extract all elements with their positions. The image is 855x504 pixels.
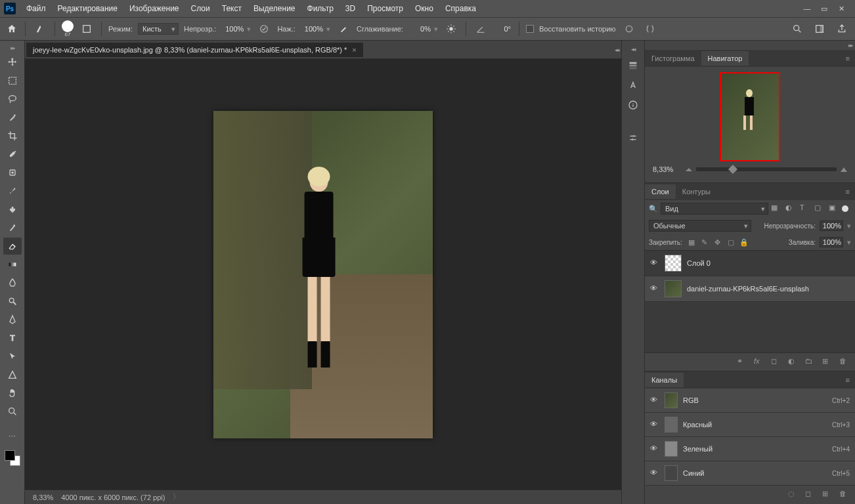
menu-layers[interactable]: Слои xyxy=(186,1,215,16)
filter-text-icon[interactable]: T xyxy=(800,203,810,214)
brush-settings-icon[interactable] xyxy=(79,21,95,37)
canvas-viewport[interactable] xyxy=(25,59,621,490)
brush-preview[interactable]: 67 xyxy=(62,20,74,37)
layer-thumbnail[interactable] xyxy=(665,280,682,297)
navigator-tab[interactable]: Навигатор xyxy=(701,51,749,66)
status-info[interactable]: 4000 пикс. x 6000 пикс. (72 ppi) xyxy=(61,494,165,501)
adjustments-panel-icon[interactable] xyxy=(625,130,641,146)
filter-smart-icon[interactable]: ▣ xyxy=(829,203,839,214)
blur-tool[interactable] xyxy=(3,274,22,291)
shape-tool[interactable] xyxy=(3,366,22,383)
flow-dropdown-icon[interactable]: ▾ xyxy=(326,25,330,33)
layer-name-label[interactable]: daniel-zurnau-KP6kRs5al6E-unsplash xyxy=(687,285,809,293)
zoom-tool[interactable] xyxy=(3,403,22,420)
zoom-in-icon[interactable] xyxy=(841,167,847,172)
pressure-opacity-icon[interactable] xyxy=(256,21,272,37)
blend-mode-select[interactable]: Обычные xyxy=(649,220,751,232)
navigator-preview[interactable] xyxy=(720,72,780,161)
lock-all-icon[interactable]: 🔒 xyxy=(739,237,749,247)
color-swatches[interactable] xyxy=(5,450,20,466)
channel-row[interactable]: 👁 RGB Ctrl+2 xyxy=(645,388,855,413)
fill-input[interactable] xyxy=(820,237,843,247)
smoothing-options-icon[interactable] xyxy=(443,21,459,37)
channel-row[interactable]: 👁 Синий Ctrl+5 xyxy=(645,461,855,486)
link-layers-icon[interactable]: ⚭ xyxy=(737,357,747,368)
opacity-input[interactable] xyxy=(221,25,245,33)
menu-view[interactable]: Просмотр xyxy=(362,1,408,16)
dodge-tool[interactable] xyxy=(3,293,22,310)
angle-icon[interactable] xyxy=(473,21,489,37)
filter-adjust-icon[interactable]: ◐ xyxy=(785,203,796,214)
histogram-tab[interactable]: Гистограмма xyxy=(645,51,701,66)
tool-preset-icon[interactable] xyxy=(32,21,48,37)
load-selection-icon[interactable]: ◌ xyxy=(788,490,799,500)
smoothing-dropdown-icon[interactable]: ▾ xyxy=(434,25,438,33)
minimize-button[interactable]: — xyxy=(802,4,812,13)
channel-row[interactable]: 👁 Красный Ctrl+3 xyxy=(645,413,855,437)
workspace-icon[interactable] xyxy=(812,21,827,37)
delete-channel-icon[interactable]: 🗑 xyxy=(839,490,850,500)
airbrush-icon[interactable] xyxy=(336,21,351,37)
menu-help[interactable]: Справка xyxy=(440,1,481,16)
move-tool[interactable] xyxy=(3,54,22,71)
hand-tool[interactable] xyxy=(3,385,22,402)
new-channel-icon[interactable]: ⊞ xyxy=(822,490,833,500)
magic-wand-tool[interactable] xyxy=(3,109,22,126)
status-zoom[interactable]: 8,33% xyxy=(33,494,53,501)
navigator-menu-icon[interactable]: ≡ xyxy=(841,52,855,65)
delete-layer-icon[interactable]: 🗑 xyxy=(839,357,850,368)
document-tab[interactable]: joeyy-lee-wZgcKvE0vko-unsplash.jpg @ 8,3… xyxy=(26,43,363,57)
paths-tab[interactable]: Контуры xyxy=(676,184,717,199)
lasso-tool[interactable] xyxy=(3,91,22,108)
brush-tool[interactable] xyxy=(3,182,22,200)
marquee-tool[interactable] xyxy=(3,72,22,89)
layer-group-icon[interactable]: 🗀 xyxy=(805,357,816,368)
filter-shape-icon[interactable]: ▢ xyxy=(814,203,825,214)
channel-row[interactable]: 👁 Зеленый Ctrl+4 xyxy=(645,437,855,461)
pen-tool[interactable] xyxy=(3,311,22,328)
menu-filter[interactable]: Фильтр xyxy=(302,1,339,16)
visibility-icon[interactable]: 👁 xyxy=(650,396,659,405)
visibility-icon[interactable]: 👁 xyxy=(650,259,659,268)
clone-stamp-tool[interactable] xyxy=(3,201,22,218)
share-icon[interactable] xyxy=(834,21,850,37)
flow-input[interactable] xyxy=(301,25,324,33)
layer-opacity-input[interactable] xyxy=(820,220,843,231)
layer-opacity-dropdown[interactable]: ▾ xyxy=(847,222,851,230)
dock-expand[interactable]: ◂◂ xyxy=(628,45,638,54)
navigator-zoom-value[interactable]: 8,33% xyxy=(653,165,682,173)
zoom-out-icon[interactable] xyxy=(686,168,692,171)
text-tool[interactable] xyxy=(3,329,22,346)
layer-filter-select[interactable]: Вид xyxy=(661,203,768,215)
edit-toolbar-button[interactable]: ⋯ xyxy=(3,428,22,445)
properties-panel-icon[interactable] xyxy=(625,58,641,74)
filter-toggle[interactable] xyxy=(842,205,848,212)
fill-dropdown[interactable]: ▾ xyxy=(847,238,851,247)
channels-menu-icon[interactable]: ≡ xyxy=(841,373,855,387)
foreground-color[interactable] xyxy=(5,450,15,461)
layer-thumbnail[interactable] xyxy=(665,255,682,272)
layers-tab[interactable]: Слои xyxy=(645,184,676,199)
save-selection-icon[interactable]: ◻ xyxy=(805,490,816,500)
layer-row[interactable]: 👁 Слой 0 xyxy=(645,251,855,276)
menu-edit[interactable]: Редактирование xyxy=(53,1,123,16)
home-button[interactable] xyxy=(5,22,18,35)
panel-collapse-left[interactable]: ◂◂ xyxy=(612,45,621,54)
layer-mask-icon[interactable]: ◻ xyxy=(771,357,781,368)
layer-style-icon[interactable]: fx xyxy=(754,357,764,368)
pressure-size-icon[interactable] xyxy=(621,21,637,37)
smoothing-input[interactable] xyxy=(408,25,432,33)
symmetry-icon[interactable] xyxy=(642,21,658,37)
search-icon[interactable] xyxy=(789,21,805,37)
layer-name-label[interactable]: Слой 0 xyxy=(687,259,711,267)
restore-history-checkbox[interactable] xyxy=(526,25,534,33)
layer-row[interactable]: 👁 daniel-zurnau-KP6kRs5al6E-unsplash xyxy=(645,276,855,302)
menu-image[interactable]: Изображение xyxy=(124,1,185,16)
eyedropper-tool[interactable] xyxy=(3,146,22,163)
menu-file[interactable]: Файл xyxy=(21,1,51,16)
close-button[interactable]: ✕ xyxy=(837,4,846,13)
panel-collapse-right[interactable]: ▸▸ xyxy=(846,41,855,50)
menu-window[interactable]: Окно xyxy=(410,1,439,16)
visibility-icon[interactable]: 👁 xyxy=(650,444,659,453)
toolbar-toggle[interactable]: ▸▸ xyxy=(8,43,17,52)
